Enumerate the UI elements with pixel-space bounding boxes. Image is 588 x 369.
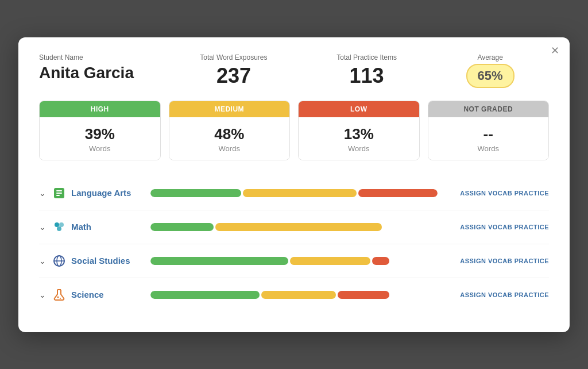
grade-words-high: Words: [40, 144, 160, 153]
total-practice-items-value: 113: [336, 64, 397, 88]
grade-cards: HIGH 39% Words MEDIUM 48% Words LOW 13% …: [39, 101, 549, 160]
grade-card-low: LOW 13% Words: [298, 101, 420, 160]
chevron-icon[interactable]: ⌄: [39, 189, 46, 198]
assign-vocab-button[interactable]: ASSIGN VOCAB PRACTICE: [451, 257, 549, 264]
assign-vocab-button[interactable]: ASSIGN VOCAB PRACTICE: [451, 190, 549, 197]
close-button[interactable]: ✕: [551, 45, 559, 56]
bar-low: [338, 291, 389, 299]
subject-row: ⌄ Language Arts ASSIGN VOCAB PRACTICE: [39, 176, 549, 210]
chevron-icon[interactable]: ⌄: [39, 222, 46, 232]
svg-point-4: [55, 222, 59, 227]
subject-name: Science: [71, 290, 140, 299]
assign-vocab-button[interactable]: ASSIGN VOCAB PRACTICE: [451, 291, 549, 298]
svg-point-6: [57, 226, 61, 231]
grade-card-header-high: HIGH: [40, 101, 160, 117]
subject-name: Math: [71, 222, 140, 232]
bar-high: [150, 257, 288, 265]
subject-bar: [150, 291, 438, 299]
subject-name: Social Studies: [71, 256, 140, 266]
grade-card-header-low: LOW: [299, 101, 419, 117]
social-studies-icon: [52, 253, 67, 268]
average-label: Average: [466, 53, 514, 62]
svg-point-12: [60, 298, 61, 299]
total-word-exposures-label: Total Word Exposures: [200, 53, 267, 62]
total-word-exposures-value: 237: [200, 64, 267, 88]
bar-high: [150, 291, 260, 299]
grade-card-body-low: 13% Words: [299, 117, 419, 160]
grade-card-not-graded: NOT GRADED -- Words: [428, 101, 550, 160]
grade-card-header-medium: MEDIUM: [169, 101, 290, 117]
subject-name: Language Arts: [71, 188, 140, 198]
subject-bar: [150, 257, 438, 265]
svg-rect-2: [56, 193, 62, 194]
total-practice-items-label: Total Practice Items: [336, 53, 397, 62]
average-badge: 65%: [466, 64, 514, 88]
bar-high: [150, 189, 241, 197]
svg-point-5: [59, 222, 64, 227]
grade-pct-low: 13%: [299, 125, 419, 143]
subject-row: ⌄ Math ASSIGN VOCAB PRACTICE: [39, 210, 549, 244]
modal-overlay: ✕ Student Name Anita Garcia Total Word E…: [0, 0, 588, 369]
subject-bar: [150, 189, 438, 197]
total-word-exposures-stat: Total Word Exposures 237: [200, 53, 267, 88]
subject-row: ⌄ Science ASSIGN VOCAB PRACTICE: [39, 278, 549, 312]
modal-dialog: ✕ Student Name Anita Garcia Total Word E…: [18, 37, 570, 332]
grade-card-medium: MEDIUM 48% Words: [169, 101, 291, 160]
bar-medium: [215, 223, 382, 231]
header-row: Student Name Anita Garcia Total Word Exp…: [39, 53, 549, 88]
bar-medium: [261, 291, 336, 299]
grade-pct-medium: 48%: [169, 125, 290, 143]
grade-card-body-medium: 48% Words: [169, 117, 290, 160]
grade-card-body-not-graded: -- Words: [428, 117, 549, 160]
bar-medium: [290, 257, 370, 265]
student-section: Student Name Anita Garcia: [39, 53, 165, 82]
bar-low: [358, 189, 438, 197]
subject-bar: [150, 223, 438, 231]
svg-point-11: [57, 296, 59, 298]
grade-pct-not-graded: --: [428, 125, 549, 143]
grade-card-body-high: 39% Words: [40, 117, 160, 160]
average-stat: Average 65%: [466, 53, 514, 88]
chevron-icon[interactable]: ⌄: [39, 256, 46, 266]
science-icon: [52, 287, 67, 302]
bar-medium: [243, 189, 357, 197]
bar-low: [372, 257, 389, 265]
stats-section: Total Word Exposures 237 Total Practice …: [165, 53, 549, 88]
chevron-icon[interactable]: ⌄: [39, 290, 46, 299]
grade-words-low: Words: [299, 144, 419, 153]
grade-pct-high: 39%: [40, 125, 160, 143]
grade-words-medium: Words: [169, 144, 290, 153]
grade-words-not-graded: Words: [428, 144, 549, 153]
assign-vocab-button[interactable]: ASSIGN VOCAB PRACTICE: [451, 224, 549, 230]
student-label: Student Name: [39, 53, 165, 62]
svg-rect-3: [56, 195, 60, 196]
language-arts-icon: [52, 186, 67, 201]
total-practice-items-stat: Total Practice Items 113: [336, 53, 397, 88]
bar-high: [150, 223, 214, 231]
grade-card-header-not-graded: NOT GRADED: [428, 101, 549, 117]
math-icon: [52, 220, 67, 235]
svg-rect-1: [56, 190, 62, 191]
subjects-list: ⌄ Language Arts ASSIGN VOCAB PRACTICE ⌄ …: [39, 176, 549, 312]
student-name: Anita Garcia: [39, 64, 165, 82]
grade-card-high: HIGH 39% Words: [39, 101, 161, 160]
subject-row: ⌄ Social Studies ASSIGN VOCAB PRACTICE: [39, 244, 549, 278]
